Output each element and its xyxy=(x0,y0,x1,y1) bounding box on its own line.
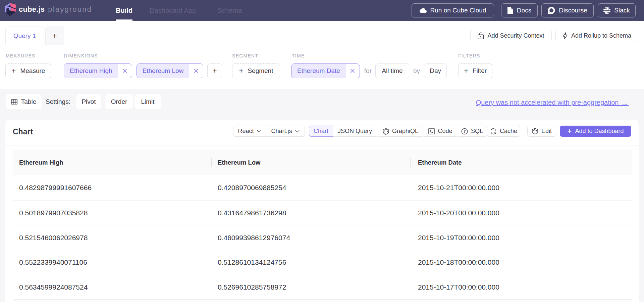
svg-text:?: ? xyxy=(464,129,466,133)
